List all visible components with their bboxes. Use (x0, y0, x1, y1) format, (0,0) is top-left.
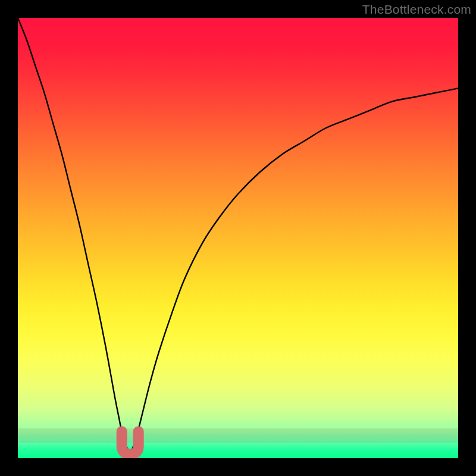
chart-frame: TheBottleneck.com (0, 0, 476, 476)
curve-right-branch (132, 88, 458, 449)
plot-area (18, 18, 458, 458)
watermark-text: TheBottleneck.com (362, 2, 471, 17)
bottleneck-curve (18, 18, 458, 458)
curve-left-branch (18, 18, 128, 449)
u-marker-icon (122, 431, 139, 454)
